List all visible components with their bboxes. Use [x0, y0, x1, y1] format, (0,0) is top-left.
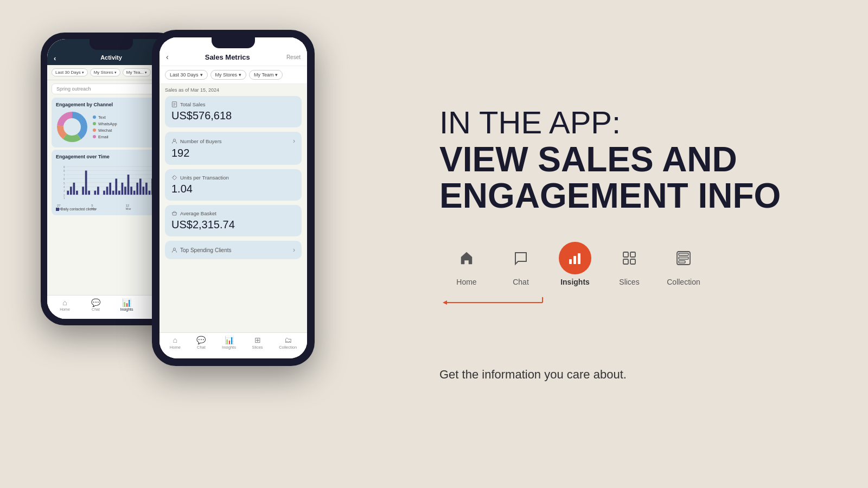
chat-icon: 💬: [91, 299, 100, 306]
legend-text: Text: [93, 115, 117, 120]
filter-team[interactable]: My Tea... ▾: [123, 68, 151, 76]
svg-rect-43: [130, 187, 132, 195]
home-icon: ⌂: [62, 299, 67, 306]
svg-rect-70: [679, 257, 688, 259]
home-nav-icon: [458, 250, 475, 266]
svg-rect-31: [94, 191, 96, 195]
basket-value: US$2,315.74: [171, 219, 295, 231]
front-nav-chat[interactable]: 💬 Chat: [196, 336, 206, 350]
svg-text:6: 6: [63, 178, 65, 181]
engagement-time-title: Engagement over Time: [56, 154, 167, 159]
tagline: Get the information you care about.: [439, 368, 825, 382]
phones-section: ‹ Activity Last 30 Days ▾ My Stores ▾ My…: [0, 0, 407, 488]
svg-rect-37: [112, 191, 114, 195]
metric-top-clients[interactable]: Top Spending Clients ›: [165, 241, 302, 259]
svg-rect-32: [97, 187, 99, 195]
legend-email: Email: [93, 134, 117, 139]
back-arrow[interactable]: ‹: [54, 54, 56, 62]
app-nav-chat-label: Chat: [513, 278, 529, 286]
donut-area: Text WhatsApp Wechat: [56, 111, 167, 143]
svg-rect-69: [679, 253, 688, 255]
right-section: IN THE APP: VIEW SALES AND ENGAGEMENT IN…: [407, 74, 868, 414]
svg-rect-48: [145, 183, 148, 195]
back-nav-home[interactable]: ⌂ Home: [55, 299, 75, 311]
svg-rect-63: [578, 253, 580, 264]
receipt-icon: [171, 101, 177, 107]
donut-legend: Text WhatsApp Wechat: [93, 115, 117, 139]
metrics-scroll[interactable]: Total Sales US$576,618: [159, 96, 307, 319]
chat-nav-icon: [513, 250, 529, 266]
top-clients-title: Top Spending Clients: [171, 247, 232, 253]
front-nav-home[interactable]: ⌂ Home: [170, 336, 181, 350]
front-bottom-nav: ⌂ Home 💬 Chat 📊 Insights ⊞ Slices: [159, 332, 307, 358]
units-value: 1.04: [171, 183, 295, 195]
insights-icon-wrapper: [559, 242, 591, 274]
metric-buyers[interactable]: Number of Buyers › 192: [165, 132, 302, 165]
svg-rect-62: [573, 256, 576, 264]
svg-rect-44: [133, 191, 136, 195]
bar-chart: 9 8 7 6 5 4 3 2 1: [56, 163, 167, 206]
back-nav-insights[interactable]: 📊 Insights: [117, 299, 137, 311]
svg-rect-45: [136, 183, 138, 195]
svg-rect-27: [82, 187, 84, 195]
notch-front: [212, 37, 255, 48]
front-nav-collection[interactable]: 🗂 Collection: [279, 336, 297, 350]
svg-rect-41: [124, 187, 126, 195]
front-chat-icon: 💬: [196, 336, 206, 344]
filter-stores[interactable]: My Stores ▾: [90, 68, 120, 76]
insights-nav-icon: [567, 251, 583, 266]
insights-icon: 📊: [122, 299, 131, 306]
front-nav-insights[interactable]: 📊 Insights: [222, 336, 236, 350]
svg-rect-38: [115, 178, 117, 195]
basket-icon: [171, 210, 177, 216]
app-nav-display: Home Chat: [439, 242, 825, 286]
metric-total-sales: Total Sales US$576,618: [165, 96, 302, 127]
app-nav-collection-label: Collection: [667, 278, 700, 286]
person-icon: [171, 138, 177, 144]
app-nav-display-wrapper: Home Chat: [439, 242, 825, 324]
svg-rect-36: [109, 183, 111, 195]
basket-title: Average Basket: [171, 210, 216, 216]
front-home-icon: ⌂: [173, 336, 177, 344]
svg-text:8: 8: [63, 170, 65, 172]
back-header-title: Activity: [100, 54, 122, 61]
svg-rect-24: [73, 183, 75, 195]
svg-rect-42: [127, 175, 130, 195]
back-nav-chat[interactable]: 💬 Chat: [86, 299, 106, 311]
engagement-title: Engagement by Channel: [56, 102, 167, 107]
svg-rect-47: [142, 187, 144, 195]
headline-line3: ENGAGEMENT INFO: [439, 178, 825, 214]
front-nav-slices[interactable]: ⊞ Slices: [252, 336, 263, 350]
app-nav-slices[interactable]: Slices: [602, 242, 656, 286]
svg-rect-67: [630, 259, 635, 264]
front-back-arrow[interactable]: ‹: [166, 53, 169, 61]
app-nav-chat[interactable]: Chat: [494, 242, 548, 286]
front-slices-icon: ⊞: [254, 336, 261, 344]
connector-svg: [439, 297, 629, 324]
svg-text:4: 4: [63, 186, 65, 189]
front-filter-team[interactable]: My Team ▾: [249, 70, 283, 80]
front-header-title: Sales Metrics: [205, 53, 250, 61]
legend-wechat: Wechat: [93, 128, 117, 133]
total-sales-title: Total Sales: [171, 101, 205, 107]
bar-chart-labels: 27Feb 5Mar 12Mar 20Mar: [56, 204, 167, 210]
front-filter-30days[interactable]: Last 30 Days ▾: [165, 70, 208, 80]
svg-point-59: [173, 176, 174, 177]
app-nav-insights[interactable]: Insights: [548, 242, 602, 286]
top-clients-chevron: ›: [293, 246, 295, 254]
filter-last30[interactable]: Last 30 Days ▾: [52, 68, 88, 76]
legend-whatsapp: WhatsApp: [93, 121, 117, 126]
bar-chart-svg: 9 8 7 6 5 4 3 2 1: [56, 163, 167, 201]
front-reset-button[interactable]: Reset: [286, 54, 301, 60]
front-filter-stores[interactable]: My Stores ▾: [210, 70, 247, 80]
collection-nav-icon: [675, 250, 692, 266]
total-sales-value: US$576,618: [171, 110, 295, 122]
app-nav-collection[interactable]: Collection: [656, 242, 711, 286]
app-nav-insights-label: Insights: [560, 278, 590, 286]
svg-text:1: 1: [63, 197, 65, 200]
app-nav-home[interactable]: Home: [439, 242, 494, 286]
notch-back: [90, 39, 133, 50]
svg-rect-23: [70, 187, 72, 195]
phone-front: ‹ Sales Metrics Reset Last 30 Days ▾ My …: [152, 30, 315, 366]
svg-text:3: 3: [63, 190, 65, 192]
